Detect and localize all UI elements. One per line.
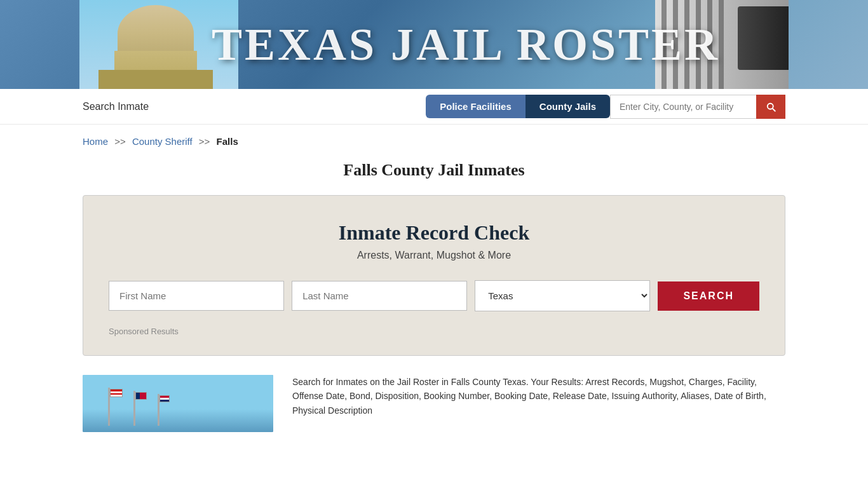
bottom-description: Search for Inmates on the Jail Roster in… xyxy=(292,375,785,432)
sponsored-label: Sponsored Results xyxy=(109,327,759,336)
site-title: Texas Jail Roster xyxy=(212,18,720,71)
search-inmate-label: Search Inmate xyxy=(83,101,149,112)
breadcrumb-sep2: >> xyxy=(199,136,210,147)
record-search-button[interactable]: SEARCH xyxy=(658,281,759,311)
breadcrumb-sep1: >> xyxy=(114,136,126,147)
last-name-input[interactable] xyxy=(292,281,467,311)
police-facilities-button[interactable]: Police Facilities xyxy=(426,95,526,118)
state-select[interactable]: AlabamaAlaskaArizonaArkansasCaliforniaCo… xyxy=(475,280,650,311)
facility-search-button[interactable] xyxy=(756,95,785,119)
first-name-input[interactable] xyxy=(109,281,284,311)
breadcrumb: Home >> County Sheriff >> Falls xyxy=(0,125,868,154)
breadcrumb-home[interactable]: Home xyxy=(83,136,108,147)
bottom-section: Search for Inmates on the Jail Roster in… xyxy=(0,375,868,451)
breadcrumb-county-sheriff[interactable]: County Sheriff xyxy=(132,136,193,147)
nav-right: Police Facilities County Jails xyxy=(426,95,785,119)
breadcrumb-current: Falls xyxy=(217,136,238,147)
search-icon xyxy=(765,101,776,112)
header-banner: Texas Jail Roster xyxy=(0,0,868,89)
county-jails-button[interactable]: County Jails xyxy=(526,95,610,118)
facility-search-input[interactable] xyxy=(610,95,756,119)
nav-bar: Search Inmate Police Facilities County J… xyxy=(0,89,868,125)
location-thumbnail xyxy=(83,375,273,432)
page-title: Falls County Jail Inmates xyxy=(0,161,868,180)
record-check-form: AlabamaAlaskaArizonaArkansasCaliforniaCo… xyxy=(109,280,759,311)
record-check-box: Inmate Record Check Arrests, Warrant, Mu… xyxy=(83,195,785,356)
record-check-subtitle: Arrests, Warrant, Mugshot & More xyxy=(109,250,759,261)
record-check-title: Inmate Record Check xyxy=(109,221,759,245)
